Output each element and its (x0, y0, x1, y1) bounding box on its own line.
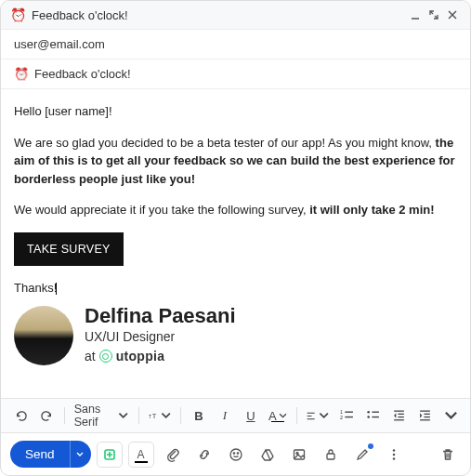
subject-value: Feedback o'clock! (34, 67, 131, 81)
drive-button[interactable] (255, 442, 281, 468)
svg-point-25 (230, 449, 242, 460)
more-format-button[interactable] (438, 403, 463, 428)
send-button-group: Send (10, 441, 91, 468)
pen-button[interactable] (349, 442, 375, 468)
svg-point-29 (296, 452, 298, 454)
text-caret (56, 283, 57, 295)
bold-button[interactable]: B (187, 403, 211, 428)
bottom-bar: Send A (1, 433, 470, 475)
svg-point-33 (392, 457, 395, 460)
svg-text:T: T (151, 412, 156, 420)
take-survey-button[interactable]: TAKE SURVEY (14, 232, 124, 267)
paragraph-1: We are so glad you decided to be a beta … (14, 134, 457, 189)
svg-point-32 (392, 453, 395, 456)
signature-info: Delfina Paesani UX/UI Designer at utoppi… (85, 305, 236, 366)
svg-point-26 (233, 452, 234, 453)
expand-icon[interactable] (425, 7, 442, 23)
chevron-down-icon (319, 409, 329, 423)
avatar (14, 306, 73, 365)
emoji-button[interactable] (223, 442, 249, 468)
to-field[interactable]: user@email.com (1, 30, 470, 60)
titlebar: ⏰ Feedback o'clock! (1, 1, 470, 30)
italic-button[interactable]: I (213, 403, 237, 428)
trash-button[interactable] (435, 442, 461, 468)
link-button[interactable] (191, 442, 217, 468)
text-color-button[interactable]: A (265, 403, 291, 428)
svg-text:T: T (149, 414, 151, 419)
svg-point-27 (237, 452, 238, 453)
signature-name: Delfina Paesani (85, 305, 236, 327)
lock-button[interactable] (318, 442, 344, 468)
svg-point-31 (392, 449, 395, 452)
text-color-button-bottom[interactable]: A (128, 442, 154, 468)
svg-point-12 (367, 410, 370, 413)
title-emoji: ⏰ (10, 7, 26, 22)
window-title: Feedback o'clock! (32, 8, 405, 22)
company-logo-icon (99, 350, 112, 363)
svg-rect-30 (327, 454, 334, 459)
more-options-button[interactable] (381, 442, 407, 468)
image-button[interactable] (286, 442, 312, 468)
svg-point-13 (367, 416, 370, 418)
message-body[interactable]: Hello [user name]! We are so glad you de… (1, 89, 470, 398)
send-options-button[interactable] (70, 441, 91, 468)
attach-button[interactable] (160, 442, 186, 468)
font-family-select[interactable]: Sans Serif (71, 403, 133, 428)
chevron-down-icon (118, 409, 128, 423)
thanks-text: Thanks! (14, 279, 457, 298)
align-button[interactable] (302, 403, 333, 428)
undo-button[interactable] (8, 403, 33, 428)
subject-field[interactable]: ⏰ Feedback o'clock! (1, 60, 470, 89)
outdent-button[interactable] (386, 403, 411, 428)
formatting-toolbar: Sans Serif TT B I U A 12 (1, 398, 470, 433)
signature-company: utoppia (116, 347, 165, 366)
minimize-icon[interactable] (407, 7, 424, 23)
toolbar-separator (296, 407, 297, 424)
paragraph-2: We would appreciate it if you take the f… (14, 201, 457, 219)
numbered-list-button[interactable]: 12 (334, 403, 359, 428)
chevron-down-icon (76, 451, 84, 458)
toolbar-separator (138, 407, 139, 424)
bullet-list-button[interactable] (360, 403, 385, 428)
chevron-down-icon (161, 409, 171, 423)
indent-button[interactable] (412, 403, 437, 428)
svg-text:2: 2 (340, 414, 343, 419)
toolbar-separator (64, 407, 65, 424)
close-icon[interactable] (444, 7, 461, 23)
send-button[interactable]: Send (10, 441, 70, 468)
greeting: Hello [user name]! (14, 102, 457, 121)
compose-window: ⏰ Feedback o'clock! user@email.com ⏰ Fee… (0, 0, 471, 476)
underline-button[interactable]: U (239, 403, 263, 428)
subject-emoji: ⏰ (14, 67, 29, 81)
toolbar-separator (180, 407, 181, 424)
font-size-select[interactable]: TT (145, 403, 176, 428)
redo-button[interactable] (34, 403, 59, 428)
signature-company-line: at utoppia (85, 347, 236, 366)
signature-role: UX/UI Designer (85, 327, 236, 347)
signature: Delfina Paesani UX/UI Designer at utoppi… (14, 305, 457, 366)
color-underline (271, 421, 284, 423)
addon-button[interactable] (97, 442, 123, 468)
to-value: user@email.com (14, 37, 105, 51)
